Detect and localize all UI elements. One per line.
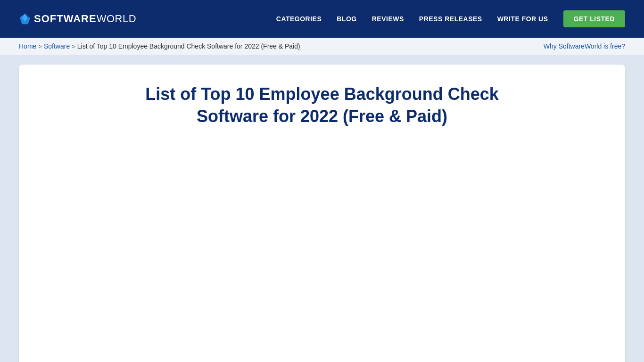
- main-nav: CATEGORIES BLOG REVIEWS PRESS RELEASES W…: [276, 10, 625, 27]
- breadcrumb-sep-2: >: [72, 43, 75, 50]
- nav-press-releases[interactable]: PRESS RELEASES: [419, 15, 482, 23]
- breadcrumb-sep-1: >: [38, 43, 42, 50]
- article-title: List of Top 10 Employee Background Check…: [110, 83, 534, 128]
- breadcrumb-software[interactable]: Software: [44, 42, 70, 50]
- logo-text: SOFTWAREWORLD: [34, 13, 136, 25]
- main-content: List of Top 10 Employee Background Check…: [0, 55, 644, 362]
- nav-write-for-us[interactable]: WRITE FOR US: [497, 15, 548, 23]
- nav-categories[interactable]: CATEGORIES: [276, 15, 322, 23]
- breadcrumb-current-page: List of Top 10 Employee Background Check…: [77, 42, 300, 50]
- logo[interactable]: SOFTWAREWORLD: [19, 13, 136, 25]
- breadcrumb-bar: Home > Software > List of Top 10 Employe…: [0, 38, 644, 55]
- article-card: List of Top 10 Employee Background Check…: [19, 65, 625, 362]
- why-free-link[interactable]: Why SoftwareWorld is free?: [544, 42, 625, 50]
- get-listed-button[interactable]: GET LISTED: [563, 10, 625, 27]
- nav-blog[interactable]: BLOG: [337, 15, 356, 23]
- breadcrumb: Home > Software > List of Top 10 Employe…: [19, 42, 300, 50]
- site-header: SOFTWAREWORLD CATEGORIES BLOG REVIEWS PR…: [0, 0, 644, 38]
- breadcrumb-home[interactable]: Home: [19, 42, 36, 50]
- logo-icon: [19, 13, 31, 25]
- nav-reviews[interactable]: REVIEWS: [372, 15, 404, 23]
